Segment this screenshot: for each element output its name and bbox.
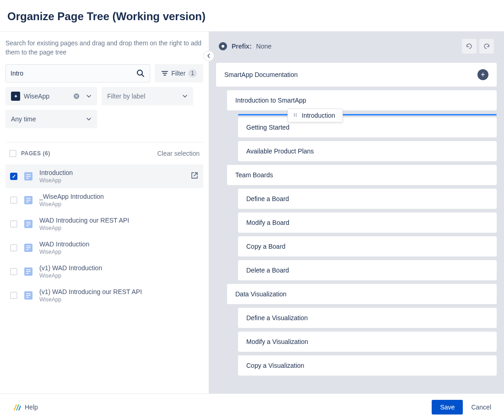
tree-item[interactable]: Copy a Visualization [238, 355, 497, 376]
page-checkbox[interactable] [10, 220, 17, 228]
tree-item[interactable]: SmartApp Documentation+ [216, 63, 497, 87]
tree-item-label: Copy a Board [246, 243, 286, 250]
tree-item[interactable]: Introduction to SmartApp [227, 90, 497, 110]
tree-item-label: Available Product Plans [246, 147, 314, 155]
tree-item[interactable]: Available Product Plans [238, 141, 497, 161]
page-checkbox[interactable] [10, 196, 17, 204]
list-header: PAGES (6) Clear selection [5, 149, 203, 158]
filter-icon [161, 70, 168, 77]
filter-row: ✦ WiseApp Filter by label [5, 87, 203, 105]
filter-label: Filter [171, 70, 185, 77]
page-title: WAD Introduction [39, 240, 199, 248]
page-title: (v1) WAD Introducing our REST API [39, 288, 199, 295]
filter-button[interactable]: Filter 1 [155, 64, 203, 82]
page-icon [23, 195, 34, 206]
tree-item-label: Delete a Board [246, 267, 289, 274]
help-link[interactable]: Help [13, 403, 38, 411]
chevron-down-icon [182, 93, 188, 99]
tree-item-label: Introduction to SmartApp [235, 97, 306, 104]
help-label: Help [25, 404, 38, 411]
search-input[interactable] [11, 70, 136, 77]
help-text: Search for existing pages and drag and d… [5, 39, 203, 57]
page-icon [23, 218, 34, 229]
prefix-label: Prefix: [232, 43, 252, 50]
page-info: WAD IntroductionWiseApp [39, 240, 199, 255]
page-item[interactable]: (v1) WAD Introducing our REST APIWiseApp [5, 284, 203, 307]
tree-item[interactable]: Data Visualization [227, 284, 497, 304]
space-icon: ✦ [11, 92, 20, 101]
page-title: WAD Introducing our REST API [39, 217, 199, 224]
tree-item-label: Team Boards [235, 171, 273, 179]
search-row: Filter 1 [5, 64, 203, 82]
page-item[interactable]: WAD IntroductionWiseApp [5, 236, 203, 260]
undo-button[interactable] [462, 39, 477, 54]
chevron-down-icon [86, 93, 92, 99]
chevron-down-icon [86, 116, 92, 122]
page-item[interactable]: (v1) WAD IntroductionWiseApp [5, 260, 203, 284]
page-item[interactable]: IntroductionWiseApp [5, 164, 203, 188]
pages-count-label: PAGES (6) [21, 150, 50, 157]
page-title: Introduction [39, 169, 185, 176]
add-page-button[interactable]: + [477, 69, 488, 80]
clear-space-icon[interactable] [73, 93, 80, 99]
page-space: WiseApp [39, 177, 185, 184]
time-label: Any time [11, 115, 36, 123]
page-space: WiseApp [39, 273, 199, 279]
help-icon [13, 403, 21, 411]
drag-chip[interactable]: Introduction [287, 109, 343, 122]
tree-item[interactable]: Copy a Board [238, 236, 497, 256]
eye-icon[interactable] [219, 42, 227, 50]
page-info: (v1) WAD Introducing our REST APIWiseApp [39, 288, 199, 303]
cancel-button[interactable]: Cancel [471, 404, 491, 411]
undo-icon [466, 43, 473, 50]
svg-point-32 [296, 114, 297, 115]
prefix-row: Prefix: None [216, 39, 497, 54]
tree-item-label: SmartApp Documentation [224, 71, 298, 78]
page-tree: SmartApp Documentation+Introduction to S… [216, 63, 497, 376]
redo-button[interactable] [479, 39, 494, 54]
page-checkbox[interactable] [10, 244, 17, 251]
page-item[interactable]: _WiseApp IntroductionWiseApp [5, 188, 203, 212]
tree-item[interactable]: Define a Board [238, 189, 497, 209]
chevron-left-icon [206, 54, 211, 58]
page-space: WiseApp [39, 201, 199, 207]
page-icon [23, 171, 34, 182]
filter-count-badge: 1 [188, 69, 197, 77]
tree-item[interactable]: Modify a Board [238, 213, 497, 233]
tree-item-label: Modify a Visualization [246, 338, 308, 345]
open-page-icon[interactable] [190, 171, 199, 181]
save-button[interactable]: Save [432, 400, 463, 415]
tree-item-label: Define a Board [246, 195, 289, 202]
clear-selection-link[interactable]: Clear selection [157, 150, 200, 157]
search-box[interactable] [5, 64, 150, 82]
time-filter[interactable]: Any time [5, 110, 97, 128]
space-filter[interactable]: ✦ WiseApp [5, 87, 97, 105]
page-list: IntroductionWiseApp_WiseApp Introduction… [5, 164, 203, 307]
left-panel: Search for existing pages and drag and d… [0, 32, 209, 395]
tree-item[interactable]: Team Boards [227, 165, 497, 185]
page-info: _WiseApp IntroductionWiseApp [39, 193, 199, 207]
page-item[interactable]: WAD Introducing our REST APIWiseApp [5, 212, 203, 236]
collapse-panel-button[interactable] [203, 50, 214, 61]
svg-point-33 [294, 115, 295, 116]
tree-item[interactable]: Delete a Board [238, 260, 497, 280]
redo-icon [483, 43, 490, 50]
divider [5, 142, 203, 142]
tree-item[interactable]: Define a Visualization [238, 308, 497, 328]
page-checkbox[interactable] [10, 268, 17, 275]
tree-item[interactable]: Getting Started [238, 117, 497, 137]
label-placeholder: Filter by label [107, 93, 145, 100]
svg-line-10 [194, 173, 197, 176]
page-checkbox[interactable] [10, 292, 17, 299]
space-name: WiseApp [24, 93, 70, 100]
label-filter[interactable]: Filter by label [102, 87, 193, 105]
tree-item[interactable]: Modify a Visualization [238, 332, 497, 352]
page-title: _WiseApp Introduction [39, 193, 199, 200]
search-icon [136, 69, 145, 78]
page-checkbox[interactable] [10, 173, 17, 180]
drag-chip-label: Introduction [302, 112, 335, 119]
drop-indicator: Introduction [238, 114, 497, 115]
select-all-checkbox[interactable] [9, 150, 16, 157]
tree-item-label: Data Visualization [235, 290, 287, 298]
tree-item-label: Getting Started [246, 124, 289, 131]
